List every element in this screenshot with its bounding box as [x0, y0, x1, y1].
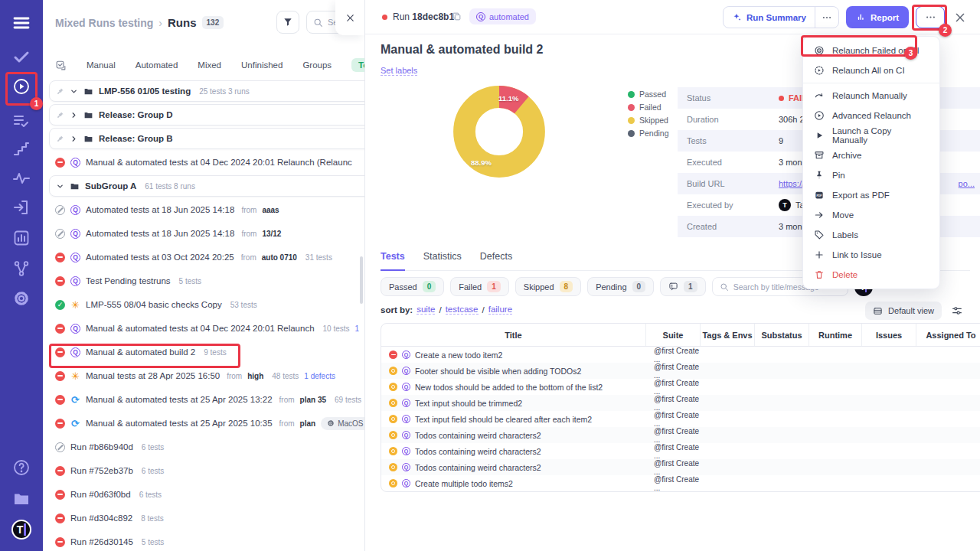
run-row[interactable]: ⟳Manual & automated tests at 25 Apr 2025…	[49, 389, 365, 410]
filter-chip-failed[interactable]: Failed1	[450, 277, 509, 296]
test-row[interactable]: QTodos containing weird characters2@firs…	[381, 443, 980, 459]
sidebar-item-menu[interactable]	[12, 14, 31, 32]
menu-item-relaunch-all-on-ci[interactable]: Relaunch All on CI	[803, 60, 939, 80]
run-row[interactable]: QManual & automated build 29 tests	[49, 341, 365, 363]
run-row[interactable]: Run #b86b940d6 tests	[49, 436, 365, 458]
filter-chip-pending[interactable]: Pending0	[587, 277, 654, 296]
sidebar-item-folder[interactable]	[12, 490, 31, 508]
test-row[interactable]: QCreate multiple todo items2@first Creat…	[381, 475, 980, 491]
scrollbar-thumb[interactable]	[360, 256, 363, 304]
menu-item-move[interactable]: Move	[803, 205, 939, 225]
menu-item-export-as-pdf[interactable]: PDFExport as PDF	[803, 185, 939, 205]
group-row[interactable]: LMP-556 01/05 testing25 tests 3 runs	[49, 80, 365, 102]
filter-chip-passed[interactable]: Passed0	[381, 277, 444, 296]
menu-item-launch-a-copy-manually[interactable]: Launch a Copy Manually	[803, 126, 939, 145]
select-runs-icon[interactable]	[55, 60, 67, 71]
column-header-assigned-to[interactable]: Assigned To	[916, 324, 980, 346]
sort-by-failure[interactable]: failure	[488, 305, 512, 315]
test-row[interactable]: QTodos containing weird characters2@firs…	[381, 427, 980, 443]
runs-tab-manual[interactable]: Manual	[87, 60, 116, 70]
breadcrumb-section[interactable]: Runs	[168, 16, 197, 29]
menu-item-link-to-issue[interactable]: Link to Issue	[803, 245, 939, 265]
sidebar-item-check[interactable]	[12, 47, 31, 66]
menu-item-archive[interactable]: Archive	[803, 145, 939, 165]
runs-tab-automated[interactable]: Automated	[136, 60, 178, 70]
sidebar-item-play-circle[interactable]	[12, 77, 31, 96]
test-row[interactable]: QCreate a new todo item2@first Create ..…	[381, 347, 980, 363]
info-value[interactable]: https://	[779, 179, 804, 188]
run-row[interactable]: ✳LMP-555 08/04 basic checks Copy53 tests	[49, 294, 365, 315]
runs-tab-unfinished[interactable]: Unfinished	[241, 60, 283, 70]
sidebar-item-help[interactable]	[12, 458, 31, 477]
column-header-suite[interactable]: Suite	[646, 324, 701, 346]
menu-item-labels[interactable]: Labels	[803, 225, 939, 245]
column-header-tags-envs[interactable]: Tags & Envs	[701, 324, 755, 346]
run-row[interactable]: QManual & automated tests at 04 Dec 2024…	[49, 318, 365, 339]
sort-by-suite[interactable]: suite	[416, 305, 435, 315]
column-header-title[interactable]: Title	[381, 324, 646, 346]
menu-item-advanced-relaunch[interactable]: Advanced Relaunch	[803, 106, 939, 126]
breadcrumb-project[interactable]: Mixed Runs testing	[55, 17, 153, 29]
menu-item-delete[interactable]: Delete	[803, 265, 939, 285]
run-row[interactable]: QTest Pending testruns5 tests	[49, 270, 365, 292]
run-row[interactable]: QAutomated tests at 03 Oct 2024 20:25fro…	[49, 246, 365, 268]
menu-item-relaunch-manually[interactable]: Relaunch Manually	[803, 86, 939, 106]
sidebar-item-steps[interactable]	[12, 141, 31, 159]
run-row[interactable]: Run #26d301455 tests	[49, 531, 365, 551]
sidebar-item-list-check[interactable]	[12, 112, 31, 130]
set-labels-link[interactable]: Set labels	[381, 66, 417, 76]
report-button[interactable]: Report	[846, 6, 909, 28]
group-row[interactable]: Release: Group B	[49, 128, 365, 149]
run-row[interactable]: QManual & automated tests at 04 Dec 2024…	[49, 152, 365, 173]
menu-item-relaunch-failed-on-ci[interactable]: Relaunch Failed on CI	[803, 41, 939, 60]
default-view-button[interactable]: Default view	[865, 302, 942, 320]
chevron-down-icon[interactable]	[70, 87, 78, 96]
test-row[interactable]: QText input should be trimmed2@first Cre…	[381, 395, 980, 411]
filter-chip-skipped[interactable]: Skipped8	[515, 277, 581, 296]
sidebar-avatar[interactable]: T	[11, 520, 31, 540]
column-header-runtime[interactable]: Runtime	[809, 324, 862, 346]
run-type-badge[interactable]: Qautomated	[469, 8, 536, 24]
runs-tab-mixed[interactable]: Mixed	[198, 60, 221, 70]
run-row[interactable]: QAutomated tests at 18 Jun 2025 14:18fro…	[49, 199, 365, 220]
close-detail-icon[interactable]	[954, 11, 966, 24]
tab-statistics[interactable]: Statistics	[423, 251, 462, 263]
test-row[interactable]: QFooter should be visible when adding TO…	[381, 363, 980, 379]
tab-tests[interactable]: Tests	[381, 251, 405, 263]
panel-close-button[interactable]	[335, 0, 364, 35]
test-row[interactable]: QTodos containing weird characters2@firs…	[381, 459, 980, 475]
runs-tab-to[interactable]: To	[351, 58, 365, 72]
run-row[interactable]: Run #d304c8928 tests	[49, 507, 365, 529]
filter-button[interactable]	[276, 11, 299, 34]
test-row[interactable]: QText input field should be cleared afte…	[381, 411, 980, 427]
chevron-down-icon[interactable]	[56, 182, 64, 191]
run-row[interactable]: QAutomated tests at 18 Jun 2025 14:18fro…	[49, 223, 365, 244]
run-row[interactable]: Run #752eb37b6 tests	[49, 460, 365, 481]
run-row[interactable]: ✳Manual tests at 28 Apr 2025 16:50fromhi…	[49, 365, 365, 386]
test-row[interactable]: QNew todos should be added to the bottom…	[381, 379, 980, 395]
build-url-tail[interactable]: po...	[959, 179, 975, 188]
sidebar-item-pulse[interactable]	[12, 169, 31, 187]
comments-chip[interactable]: 1	[660, 277, 706, 296]
run-row[interactable]: Run #0d63f0bd6 tests	[49, 484, 365, 505]
group-row[interactable]: Release: Group D	[49, 104, 365, 126]
run-summary-button[interactable]: Run Summary	[723, 6, 839, 28]
sidebar-item-branch[interactable]	[12, 259, 31, 278]
run-row[interactable]: ⟳Manual & automated tests at 25 Apr 2025…	[49, 412, 365, 434]
sidebar-item-bar-chart[interactable]	[12, 229, 31, 247]
column-settings-icon[interactable]	[951, 305, 963, 317]
group-row[interactable]: SubGroup A61 tests 8 runs	[49, 175, 365, 197]
chevron-right-icon[interactable]	[70, 135, 78, 143]
chevron-right-icon[interactable]	[70, 111, 78, 119]
run-summary-more-button[interactable]	[815, 7, 838, 28]
runs-tab-groups[interactable]: Groups	[302, 60, 332, 70]
column-header-substatus[interactable]: Substatus	[755, 324, 809, 346]
tab-defects[interactable]: Defects	[480, 251, 512, 263]
sort-by-testcase[interactable]: testcase	[446, 305, 479, 315]
menu-item-pin[interactable]: Pin	[803, 165, 939, 185]
column-header-issues[interactable]: Issues	[862, 324, 916, 346]
run-actions-menu: Relaunch Failed on CIRelaunch All on CIR…	[802, 36, 940, 289]
sidebar-item-gear[interactable]	[12, 289, 31, 308]
copy-run-id-icon[interactable]	[452, 11, 462, 21]
sidebar-item-import[interactable]	[12, 198, 31, 217]
